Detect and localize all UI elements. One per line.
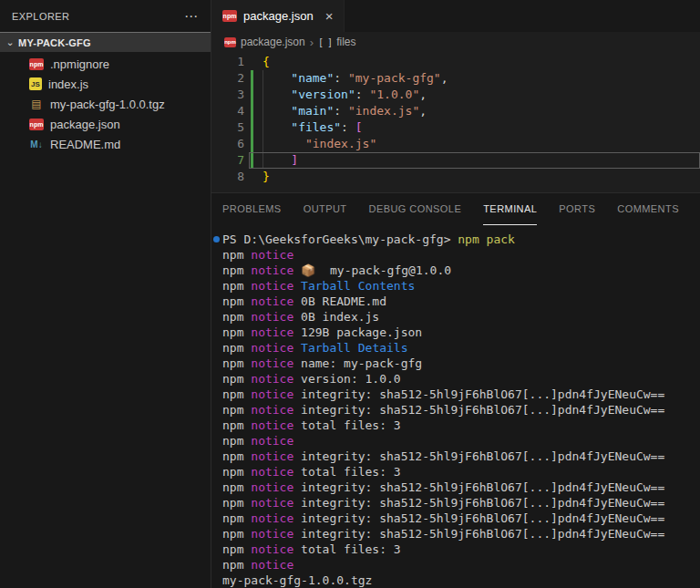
vscode-window: EXPLORER ⋯ ⌄ MY-PACK-GFG npm.npmignoreJS… [0, 0, 700, 588]
tab-bar: npm package.json × [211, 0, 700, 32]
breadcrumb-file[interactable]: package.json [241, 36, 305, 48]
terminal-text-segment: notice [251, 325, 293, 339]
code-line: 5 "files": [ [211, 119, 700, 136]
code-editor[interactable]: 1{2 "name": "my-pack-gfg",3 "version": "… [211, 52, 700, 192]
chevron-down-icon: ⌄ [4, 36, 16, 48]
terminal-text-segment: npm [222, 496, 251, 510]
panel-tab-problems[interactable]: PROBLEMS [222, 193, 282, 225]
terminal-text-segment: npm [222, 527, 251, 541]
file-item[interactable]: JSindex.js [0, 74, 211, 94]
line-number: 4 [211, 103, 244, 119]
code-text: } [253, 169, 270, 185]
terminal-line: npm notice integrity: sha512-5hl9jF6hBlO… [222, 526, 700, 542]
terminal-text-segment: notice [251, 372, 293, 386]
code-token [262, 71, 291, 85]
terminal-text-segment: notice [251, 558, 293, 572]
line-number: 6 [211, 136, 244, 152]
terminal-text-segment: integrity: sha512-5hl9jF6hBlO67[...]pdn4… [293, 387, 664, 401]
terminal-text-segment: notice [251, 356, 293, 370]
panel-tab-terminal[interactable]: TERMINAL [483, 193, 537, 225]
terminal-line: npm notice integrity: sha512-5hl9jF6hBlO… [222, 511, 700, 526]
file-item[interactable]: M↓README.md [0, 134, 211, 154]
terminal-text-segment: notice [251, 341, 293, 355]
terminal-text-segment: npm [222, 279, 251, 293]
more-actions-icon[interactable]: ⋯ [184, 8, 198, 25]
terminal-text-segment: name: my-pack-gfg [293, 356, 422, 370]
code-token [262, 153, 291, 167]
code-token: : [341, 120, 355, 134]
terminal-line: npm notice 📦 my-pack-gfg@1.0.0 [222, 263, 700, 278]
code-token: } [262, 170, 270, 183]
terminal-text-segment: total files: 3 [293, 542, 400, 556]
breadcrumb-symbol[interactable]: files [336, 36, 355, 48]
close-icon[interactable]: × [325, 9, 334, 23]
npm-icon: npm [224, 37, 236, 47]
chevron-right-icon: › [310, 36, 314, 49]
terminal-line: my-pack-gfg-1.0.0.tgz [222, 573, 700, 588]
terminal-line: npm notice integrity: sha512-5hl9jF6hBlO… [222, 480, 700, 495]
terminal[interactable]: PS D:\GeeksforGeeks\my-pack-gfg> npm pac… [211, 225, 700, 588]
code-token [262, 88, 291, 101]
file-name: .npmignore [50, 57, 109, 71]
terminal-text-segment: npm [222, 480, 251, 494]
explorer-sidebar: EXPLORER ⋯ ⌄ MY-PACK-GFG npm.npmignoreJS… [0, 0, 211, 588]
line-number: 5 [211, 119, 244, 136]
editor-area: npm package.json × npm package.json › [ … [211, 0, 700, 192]
code-token: "index.js" [305, 137, 376, 150]
terminal-text-segment: 129B package.json [293, 325, 422, 339]
file-item[interactable]: npm.npmignore [0, 54, 211, 74]
terminal-line: npm notice 0B README.md [222, 294, 700, 309]
terminal-line: PS D:\GeeksforGeeks\my-pack-gfg> npm pac… [222, 232, 700, 247]
terminal-text-segment: total files: 3 [293, 418, 400, 432]
file-list: npm.npmignoreJSindex.js▤my-pack-gfg-1.0.… [0, 52, 211, 154]
code-line: 1{ [211, 54, 700, 70]
terminal-text-segment: notice [251, 465, 293, 479]
js-file-icon: JS [29, 77, 42, 90]
panel-tab-ports[interactable]: PORTS [559, 193, 595, 225]
terminal-text-segment: npm [222, 558, 251, 572]
terminal-text-segment: npm [222, 372, 251, 386]
code-token: "index.js" [348, 104, 419, 118]
tab-package-json[interactable]: npm package.json × [211, 0, 345, 32]
panel-tab-comments[interactable]: COMMENTS [617, 193, 679, 225]
file-item[interactable]: npmpackage.json [0, 114, 211, 134]
code-line: 7 ] [211, 152, 700, 169]
panel-tab-output[interactable]: OUTPUT [304, 193, 347, 225]
terminal-text-segment: integrity: sha512-5hl9jF6hBlO67[...]pdn4… [293, 480, 664, 494]
line-number: 3 [211, 87, 244, 103]
terminal-text-segment: npm [222, 465, 251, 479]
code-line: 6 "index.js" [211, 136, 700, 152]
folder-section-header[interactable]: ⌄ MY-PACK-GFG [0, 32, 211, 52]
terminal-line: npm notice 0B index.js [222, 309, 700, 325]
terminal-line: npm notice Tarball Contents [222, 278, 700, 294]
code-token: { [262, 55, 270, 68]
folder-name: MY-PACK-GFG [18, 37, 91, 48]
terminal-text-segment: version: 1.0.0 [293, 372, 400, 386]
panel-tab-debug-console[interactable]: DEBUG CONSOLE [369, 193, 462, 225]
terminal-text-segment: npm [222, 248, 251, 262]
terminal-text-segment [293, 279, 301, 293]
file-item[interactable]: ▤my-pack-gfg-1.0.0.tgz [0, 94, 211, 114]
code-token [262, 120, 291, 134]
npm-icon: npm [222, 10, 237, 22]
code-line: 8} [211, 169, 700, 185]
terminal-text-segment: notice [251, 418, 293, 432]
terminal-text-segment: 0B index.js [293, 310, 379, 324]
terminal-text-segment: notice [251, 310, 293, 324]
code-token [262, 137, 305, 150]
terminal-text-segment: notice [251, 263, 293, 277]
terminal-text-segment: notice [251, 294, 293, 308]
archive-file-icon: ▤ [29, 98, 44, 110]
code-text: "index.js" [253, 136, 376, 152]
terminal-text-segment: npm [222, 341, 251, 355]
terminal-line: npm notice total files: 3 [222, 542, 700, 557]
terminal-text-segment: notice [251, 480, 293, 494]
terminal-text-segment: integrity: sha512-5hl9jF6hBlO67[...]pdn4… [293, 449, 664, 463]
terminal-text-segment: npm [222, 418, 251, 432]
terminal-text-segment: notice [251, 527, 293, 541]
panel-tab-bar: PROBLEMSOUTPUTDEBUG CONSOLETERMINALPORTS… [211, 193, 700, 225]
code-token: [ [355, 120, 363, 134]
main-area: npm package.json × npm package.json › [ … [211, 0, 700, 588]
terminal-line: npm notice [222, 557, 700, 573]
file-name: package.json [50, 118, 120, 131]
